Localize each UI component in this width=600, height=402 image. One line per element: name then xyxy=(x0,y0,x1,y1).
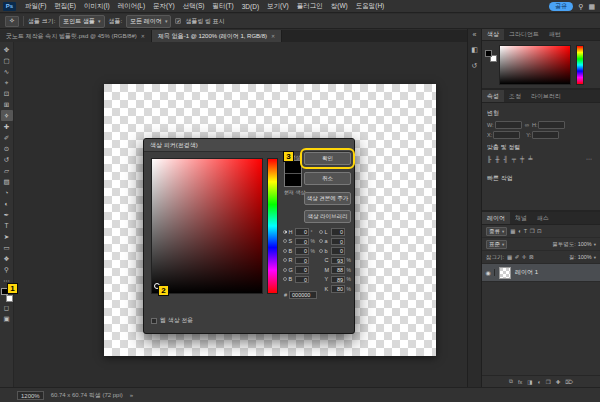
layer-group-icon[interactable]: ❒ xyxy=(546,379,551,385)
eraser-tool[interactable]: ▱ xyxy=(1,165,13,176)
close-icon[interactable]: ✕ xyxy=(141,33,145,39)
foreground-color-swatch[interactable] xyxy=(485,50,492,57)
quick-mask-button[interactable]: ◻ xyxy=(1,302,13,313)
object-selection-tool[interactable]: ⌖ xyxy=(1,77,13,88)
l-input[interactable]: 0 xyxy=(331,228,345,236)
filter-pixel-icon[interactable]: ▦ xyxy=(510,228,515,234)
tab-libraries[interactable]: 라이브러리 xyxy=(526,90,566,102)
h-radio[interactable] xyxy=(283,230,287,234)
tab-channels[interactable]: 채널 xyxy=(510,212,532,224)
x-input[interactable] xyxy=(493,131,520,139)
m-input[interactable]: 88 xyxy=(331,266,345,274)
fill-control[interactable]: 칠: 100% ▾ xyxy=(569,254,596,261)
blend-mode-dropdown[interactable]: 표준 ▾ xyxy=(486,240,507,249)
gradient-tool[interactable]: ▨ xyxy=(1,176,13,187)
close-icon[interactable]: ✕ xyxy=(271,33,275,39)
web-colors-only-checkbox[interactable] xyxy=(151,318,157,324)
s-input[interactable]: 0 xyxy=(295,238,309,246)
delete-layer-icon[interactable]: ⌦ xyxy=(565,379,573,385)
status-chevron-icon[interactable]: » xyxy=(130,392,133,398)
background-color-swatch[interactable] xyxy=(6,295,13,302)
sample-size-dropdown[interactable]: 포인트 샘플 ▾ xyxy=(59,15,104,28)
crop-tool[interactable]: ⊡ xyxy=(1,88,13,99)
filter-type-dropdown[interactable]: 종류 ▾ xyxy=(486,227,507,236)
height-input[interactable] xyxy=(538,121,565,129)
new-layer-icon[interactable]: ✚ xyxy=(556,379,561,385)
add-to-swatches-button[interactable]: 색상 견본에 추가 xyxy=(304,192,351,205)
marquee-tool[interactable]: ▢ xyxy=(1,55,13,66)
link-dimensions-icon[interactable]: ∞ xyxy=(525,122,529,128)
menu-3d[interactable]: 3D(D) xyxy=(238,3,263,10)
lock-pixels-icon[interactable]: ✐ xyxy=(515,254,520,260)
color-panel-icon[interactable]: ◧ xyxy=(471,46,478,54)
eyedropper-tool-icon[interactable]: ✧ xyxy=(5,16,19,27)
fill-value[interactable]: 100% xyxy=(578,254,592,260)
a-radio[interactable] xyxy=(319,239,323,243)
align-top-icon[interactable]: ╤ xyxy=(512,156,516,162)
b2-input[interactable]: 0 xyxy=(295,276,309,284)
a-input[interactable]: 0 xyxy=(331,238,345,246)
sample-dropdown[interactable]: 모든 레이어 ▾ xyxy=(126,15,171,28)
hand-tool[interactable]: ❖ xyxy=(1,253,13,264)
hue-slider[interactable] xyxy=(267,158,278,294)
menu-file[interactable]: 파일(F) xyxy=(21,2,50,11)
color-hue-ramp[interactable] xyxy=(576,45,584,85)
tab-gradients[interactable]: 그라디언트 xyxy=(504,28,544,40)
document-tab-active[interactable]: 제목 없음-1 @ 1200% (레이어 1, RGB/8) ✕ xyxy=(152,30,282,42)
s-radio[interactable] xyxy=(283,239,287,243)
layer-mask-icon[interactable]: ◨ xyxy=(527,379,532,385)
tab-properties[interactable]: 속성 xyxy=(482,90,504,102)
screen-mode-button[interactable]: ▣ xyxy=(1,313,13,324)
r-input[interactable]: 0 xyxy=(295,257,309,265)
panel-fg-bg-swatches[interactable] xyxy=(485,50,497,62)
dodge-tool[interactable]: ◐ xyxy=(1,198,13,209)
b-input[interactable]: 0 xyxy=(295,247,309,255)
tab-layers[interactable]: 레이어 xyxy=(482,212,510,224)
r-radio[interactable] xyxy=(283,258,287,262)
path-selection-tool[interactable]: ➤ xyxy=(1,231,13,242)
layer-effects-icon[interactable]: fx xyxy=(518,379,522,385)
opacity-control[interactable]: 불투명도: 100% ▾ xyxy=(552,241,596,248)
b2-radio[interactable] xyxy=(283,277,287,281)
show-sampling-ring-checkbox[interactable]: ✓ xyxy=(175,18,181,24)
brush-tool[interactable]: ✐ xyxy=(1,132,13,143)
filter-type-icon[interactable]: T xyxy=(524,228,527,234)
blur-tool[interactable]: ◔ xyxy=(1,187,13,198)
k-input[interactable]: 80 xyxy=(331,285,345,293)
adjustment-layer-icon[interactable]: ◐ xyxy=(537,379,540,385)
shape-tool[interactable]: ▭ xyxy=(1,242,13,253)
h-input[interactable]: 0 xyxy=(295,228,309,236)
lock-position-icon[interactable]: ✛ xyxy=(522,254,527,260)
history-panel-icon[interactable]: ↺ xyxy=(472,62,478,70)
layer-name[interactable]: 레이어 1 xyxy=(515,268,538,277)
document-tab-inactive[interactable]: 굿노트 제작용 속지 템플릿.psd @ 45% (RGB/8#) ✕ xyxy=(0,30,152,42)
zoom-tool[interactable]: ⚲ xyxy=(1,264,13,275)
l-radio[interactable] xyxy=(319,230,323,234)
lock-transparency-icon[interactable]: ▦ xyxy=(507,254,512,260)
healing-brush-tool[interactable]: ✚ xyxy=(1,121,13,132)
workspace-switcher-icon[interactable]: ▦ xyxy=(588,2,595,11)
move-tool[interactable]: ✥ xyxy=(1,44,13,55)
align-center-h-icon[interactable]: ╫ xyxy=(495,156,499,162)
cancel-button[interactable]: 취소 xyxy=(304,172,351,185)
layer-row-selected[interactable]: ◉ 레이어 1 xyxy=(482,264,600,282)
clone-stamp-tool[interactable]: ⊙ xyxy=(1,143,13,154)
type-tool[interactable]: T xyxy=(1,220,13,231)
search-icon[interactable]: ⚲ xyxy=(578,2,583,11)
tab-adjustments[interactable]: 조정 xyxy=(504,90,526,102)
lab-b-input[interactable]: 0 xyxy=(331,247,345,255)
g-input[interactable]: 0 xyxy=(295,266,309,274)
menu-window[interactable]: 창(W) xyxy=(327,2,352,11)
history-brush-tool[interactable]: ↺ xyxy=(1,154,13,165)
pen-tool[interactable]: ✒ xyxy=(1,209,13,220)
menu-type[interactable]: 문자(Y) xyxy=(149,2,179,11)
tab-patterns[interactable]: 패턴 xyxy=(544,28,566,40)
menu-plugins[interactable]: 플러그인 xyxy=(293,2,327,11)
hex-input[interactable]: 000000 xyxy=(289,291,317,299)
menu-help[interactable]: 도움말(H) xyxy=(352,2,389,11)
width-input[interactable] xyxy=(495,121,522,129)
layer-visibility-eye-icon[interactable]: ◉ xyxy=(482,269,495,276)
align-bottom-icon[interactable]: ╧ xyxy=(528,156,532,162)
frame-tool[interactable]: ⊞ xyxy=(1,99,13,110)
zoom-level-field[interactable]: 1200% xyxy=(17,391,44,400)
